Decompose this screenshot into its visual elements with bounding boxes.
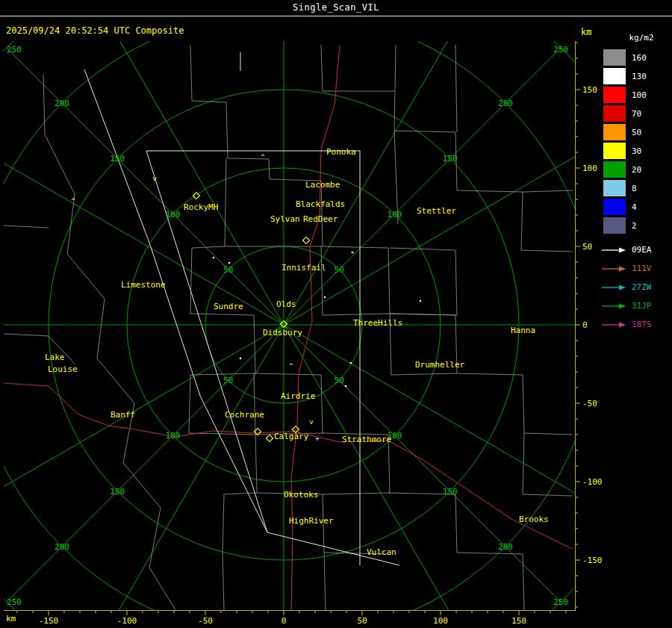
arrow-head [619, 285, 626, 290]
county-boundary [223, 553, 224, 610]
scale-swatch [603, 217, 626, 234]
axis-tick-label: -100 [582, 477, 603, 487]
radar-application: { "title_bar": { "title": "Single_Scan_V… [0, 0, 672, 628]
scale-row: 50 [603, 124, 647, 140]
arrow-head [619, 266, 626, 271]
radar-legend-row: 31JP [600, 296, 652, 315]
map-symbol: ^ [71, 197, 75, 205]
arrow-head [619, 303, 626, 308]
right-axis-unit: km [581, 27, 591, 37]
city-label: Lake [45, 352, 65, 362]
axis-tick-label: 100 [582, 164, 597, 173]
scale-value: 20 [632, 165, 641, 175]
radar-legend-row: 09EA [600, 240, 652, 259]
radar-map[interactable]: 5050505010010010010015015015015020020020… [4, 41, 576, 611]
city-label: Stettler [417, 206, 456, 216]
range-label: 50 [223, 376, 233, 385]
range-label: 200 [498, 99, 513, 108]
scale-value: 70 [632, 109, 641, 119]
county-boundary [457, 373, 573, 435]
scale-row: 30 [603, 143, 647, 159]
county-boundary [324, 553, 326, 610]
radar-coverage-boundary [84, 69, 267, 532]
range-label: 250 [553, 45, 568, 55]
scale-swatch [603, 87, 626, 103]
bottom-axis-unit: km [6, 614, 16, 624]
radar-id: 111V [632, 264, 652, 273]
town-dot-marker [350, 362, 352, 364]
scale-swatch [603, 68, 626, 84]
city-label: Drumheller [415, 360, 465, 370]
radar-site-marker [266, 435, 273, 441]
scale-value: 100 [632, 90, 647, 100]
city-label: HighRiver [289, 516, 334, 526]
scale-row: 70 [603, 105, 647, 122]
scale-swatch [603, 180, 626, 196]
map-symbol: ^ [289, 362, 293, 370]
radar-id: 18TS [632, 320, 652, 329]
scale-swatch [603, 105, 626, 122]
town-dot-marker [324, 296, 326, 299]
radar-map-canvas[interactable]: 5050505010010010010015015015015020020020… [4, 41, 575, 610]
town-dot-marker [213, 257, 215, 259]
title-bar: Single_Scan_VIL [0, 0, 672, 16]
town-dot-marker [240, 358, 242, 360]
scan-timestamp: 2025/09/24 20:52:54 UTC Composite [6, 25, 184, 36]
scale-swatch [603, 199, 626, 215]
axis-tick-label: -50 [582, 399, 597, 408]
city-label: Didsbury [263, 328, 302, 338]
city-label: Sylvan [270, 214, 300, 224]
scale-value: 50 [632, 128, 641, 137]
scale-value: 30 [632, 146, 641, 156]
county-boundary [4, 226, 49, 228]
axis-tick-label: 50 [582, 242, 592, 252]
city-label: Banff [111, 410, 135, 420]
scale-value: 160 [632, 53, 647, 63]
scale-swatch [603, 49, 626, 66]
range-label: 100 [166, 210, 181, 220]
town-dot-marker [345, 385, 347, 388]
city-label: Limestone [121, 280, 166, 290]
arrow-head [619, 247, 626, 252]
range-label: 250 [7, 45, 22, 55]
city-label: Blackfalds [296, 199, 345, 209]
scale-value: 4 [632, 202, 637, 212]
town-dot-marker [420, 300, 422, 302]
radar-legend-row: 27ZW [600, 278, 652, 296]
county-boundary [43, 75, 45, 134]
city-label: RockyMH [184, 202, 218, 212]
map-symbol: ^ [261, 153, 265, 161]
range-label: 200 [55, 542, 69, 552]
map-symbol: * [350, 250, 354, 258]
city-label: Ponoka [326, 147, 356, 157]
range-label: 150 [443, 487, 458, 497]
radar-arrow-icon [600, 264, 627, 273]
city-label: Vulcan [367, 547, 396, 557]
county-boundary [321, 246, 390, 315]
radar-legend-row: 18TS [600, 315, 652, 334]
range-label: 100 [166, 431, 181, 441]
scale-swatch [603, 124, 626, 140]
city-label: Brooks [519, 514, 549, 524]
axis-tick-label: 150 [582, 85, 597, 95]
county-boundary [523, 433, 573, 496]
range-label: 50 [335, 376, 344, 385]
axis-tick-label: 0 [281, 616, 287, 626]
city-label: Airdrie [281, 391, 315, 401]
radar-site-marker [302, 237, 309, 243]
city-label: Calgary [274, 432, 309, 441]
county-boundary [455, 45, 457, 132]
city-label: Hanna [511, 326, 535, 335]
radar-arrow-icon [600, 283, 627, 292]
radar-id: 09EA [632, 245, 652, 255]
city-label: Innisfail [281, 263, 326, 273]
range-label: 150 [443, 154, 458, 164]
axis-tick-label: -50 [198, 616, 213, 626]
county-boundary [190, 158, 226, 314]
scale-row: 100 [603, 87, 647, 103]
city-label: Lacombe [305, 180, 340, 190]
city-label: Louise [48, 364, 78, 374]
range-label: 150 [110, 154, 125, 164]
county-boundary [321, 45, 394, 91]
range-label: 200 [55, 99, 69, 108]
